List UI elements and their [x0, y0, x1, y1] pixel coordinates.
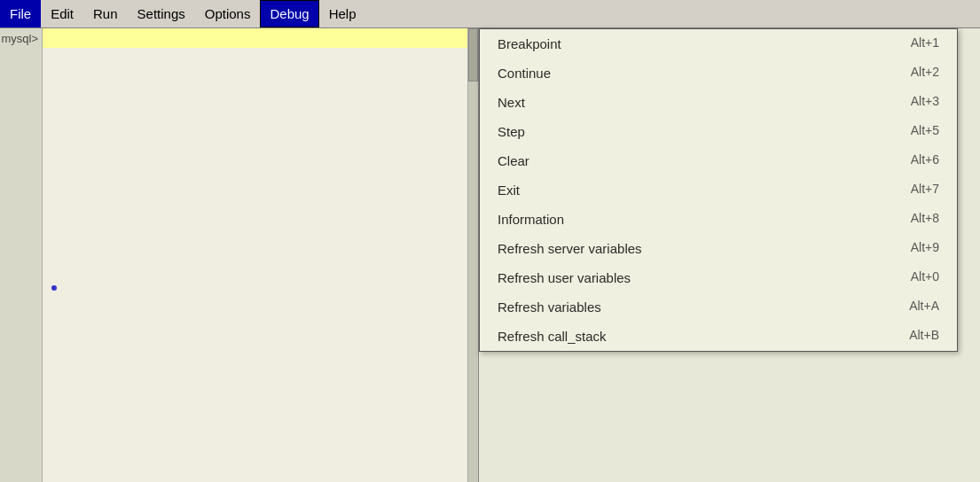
editor-content[interactable]: [43, 28, 478, 482]
menu-debug[interactable]: Debug: [260, 0, 318, 27]
menu-item-refresh-variables-label: Refresh variables: [498, 298, 874, 316]
menu-item-refresh-variables-shortcut: Alt+A: [909, 298, 939, 316]
menu-settings[interactable]: Settings: [128, 0, 195, 27]
right-panel: Breakpoint Alt+1 Continue Alt+2 Next Alt…: [479, 28, 980, 482]
menu-edit[interactable]: Edit: [41, 0, 83, 27]
main-area: mysql> Breakpoint Alt+1 Continue Alt+2 N…: [0, 28, 980, 482]
menu-item-refresh-call-stack-label: Refresh call_stack: [498, 327, 874, 346]
menu-help[interactable]: Help: [319, 0, 366, 27]
editor-gutter: mysql>: [0, 28, 43, 482]
menu-item-continue-label: Continue: [498, 64, 875, 82]
menu-item-information[interactable]: Information Alt+8: [480, 205, 957, 234]
menu-item-refresh-call-stack-shortcut: Alt+B: [909, 327, 939, 346]
editor-panel: mysql>: [0, 28, 479, 482]
menu-item-next-label: Next: [498, 93, 875, 112]
scrollbar-thumb[interactable]: [468, 28, 478, 82]
debug-dropdown-menu: Breakpoint Alt+1 Continue Alt+2 Next Alt…: [479, 28, 958, 352]
menu-item-exit-shortcut: Alt+7: [911, 181, 939, 199]
menu-item-refresh-call-stack[interactable]: Refresh call_stack Alt+B: [480, 322, 957, 351]
menu-item-step-label: Step: [498, 122, 875, 141]
menu-run[interactable]: Run: [83, 0, 128, 27]
menu-item-clear-label: Clear: [498, 152, 875, 170]
menu-options[interactable]: Options: [195, 0, 261, 27]
menu-item-breakpoint-label: Breakpoint: [498, 35, 875, 53]
menu-item-refresh-user-variables-label: Refresh user variables: [498, 268, 875, 287]
menu-item-clear[interactable]: Clear Alt+6: [480, 146, 957, 175]
menu-item-information-label: Information: [498, 210, 875, 229]
editor-scrollbar[interactable]: [467, 28, 478, 482]
menu-item-next[interactable]: Next Alt+3: [480, 88, 957, 117]
menu-item-step[interactable]: Step Alt+5: [480, 117, 957, 146]
menu-item-information-shortcut: Alt+8: [911, 210, 939, 229]
editor-cursor-dot: [51, 285, 57, 291]
menu-item-refresh-server-variables-shortcut: Alt+9: [911, 239, 939, 258]
menu-item-refresh-user-variables[interactable]: Refresh user variables Alt+0: [480, 263, 957, 292]
menu-file[interactable]: File: [0, 0, 41, 27]
gutter-label: mysql>: [1, 32, 38, 45]
menu-item-refresh-user-variables-shortcut: Alt+0: [911, 268, 939, 287]
menu-item-exit[interactable]: Exit Alt+7: [480, 175, 957, 205]
menubar: File Edit Run Settings Options Debug Hel…: [0, 0, 980, 28]
menu-item-continue-shortcut: Alt+2: [911, 64, 939, 82]
menu-item-refresh-server-variables-label: Refresh server variables: [498, 239, 875, 258]
menu-item-next-shortcut: Alt+3: [911, 93, 939, 112]
menu-item-clear-shortcut: Alt+6: [911, 152, 939, 170]
menu-item-breakpoint-shortcut: Alt+1: [911, 35, 939, 53]
highlight-line: [43, 28, 478, 48]
menu-item-breakpoint[interactable]: Breakpoint Alt+1: [480, 29, 957, 58]
menu-item-exit-label: Exit: [498, 181, 875, 199]
menu-item-continue[interactable]: Continue Alt+2: [480, 58, 957, 88]
menu-item-step-shortcut: Alt+5: [911, 122, 939, 141]
menu-item-refresh-server-variables[interactable]: Refresh server variables Alt+9: [480, 234, 957, 263]
menu-item-refresh-variables[interactable]: Refresh variables Alt+A: [480, 292, 957, 322]
